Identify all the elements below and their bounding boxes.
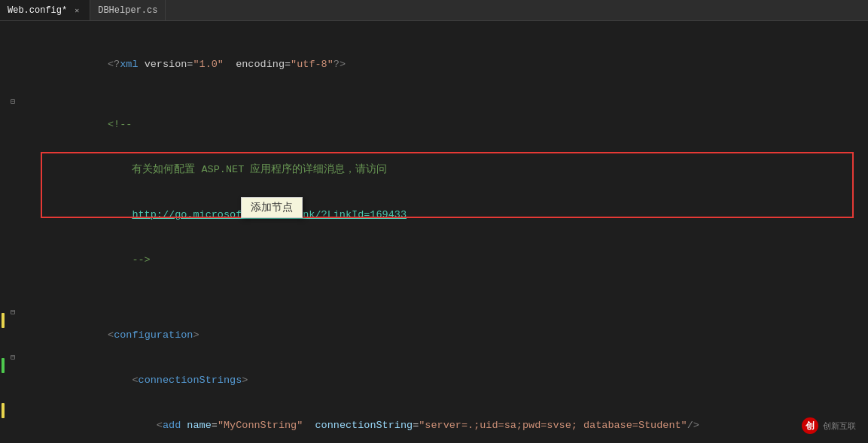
watermark: 创 创新互联 bbox=[802, 417, 856, 434]
collapse-configuration[interactable]: ⊟ bbox=[11, 305, 20, 320]
xml-bracket: <? bbox=[108, 59, 120, 70]
cfg-open-bracket: < bbox=[108, 329, 114, 341]
watermark-icon-label: 创 bbox=[806, 420, 815, 432]
comment-indent bbox=[108, 209, 132, 220]
xml-pi-enc: encoding= bbox=[224, 59, 291, 70]
code-co: <!-- bbox=[41, 102, 868, 147]
xml-pi-tag: xml bbox=[120, 59, 138, 70]
tab-bar: Web.config* ✕ DBHelper.cs bbox=[0, 0, 868, 21]
tab-webconfig[interactable]: Web.config* ✕ bbox=[0, 0, 90, 20]
tooltip-text: 添加节点 bbox=[251, 201, 293, 213]
code-cb: 有关如何配置 ASP.NET 应用程序的详细消息，请访问 bbox=[41, 147, 868, 193]
tab-dbhelper-label: DBHelper.cs bbox=[98, 5, 157, 16]
xml-pi-verval: "1.0" bbox=[193, 59, 224, 70]
code-editor[interactable]: <?xml version="1.0" encoding="utf-8"?> ⊟… bbox=[0, 21, 868, 443]
code-conn: <connectionStrings> bbox=[41, 358, 868, 403]
code-lines: <?xml version="1.0" encoding="utf-8"?> ⊟… bbox=[0, 27, 868, 443]
line-blank1 bbox=[0, 283, 868, 298]
cfg-tag: configuration bbox=[114, 329, 193, 341]
xml-pi-encval: "utf-8" bbox=[291, 59, 333, 70]
comment-body-text: 有关如何配置 ASP.NET 应用程序的详细消息，请访问 bbox=[108, 164, 387, 175]
collapse-comment[interactable]: ⊟ bbox=[11, 95, 20, 110]
line-2: <?xml version="1.0" encoding="utf-8"?> bbox=[0, 42, 868, 87]
code-2: <?xml version="1.0" encoding="utf-8"?> bbox=[41, 42, 868, 87]
tab-dbhelper[interactable]: DBHelper.cs bbox=[90, 0, 166, 20]
line-config-open: ⊟ <configuration> bbox=[0, 313, 868, 358]
line-comment-close: --> bbox=[0, 238, 868, 283]
comment-close-text: --> bbox=[108, 254, 151, 265]
code-add: <add name="MyConnString" connectionStrin… bbox=[41, 403, 868, 443]
line-conn-open: ⊟ <connectionStrings> bbox=[0, 358, 868, 403]
line-add: <add name="MyConnString" connectionStrin… bbox=[0, 403, 868, 443]
line-blank2 bbox=[0, 298, 868, 313]
tab-webconfig-close[interactable]: ✕ bbox=[72, 5, 82, 16]
watermark-icon: 创 bbox=[802, 417, 818, 434]
xml-pi-close: ?> bbox=[333, 59, 346, 70]
conn-indent bbox=[108, 375, 132, 386]
line-comment-link: http://go.microsoft.com/fwlink/?LinkId=1… bbox=[0, 193, 868, 238]
collapse-connstrings[interactable]: ⊟ bbox=[11, 350, 20, 366]
line-1 bbox=[0, 27, 868, 42]
line-comment-open: ⊟ <!-- bbox=[0, 102, 868, 147]
tab-webconfig-label: Web.config* bbox=[8, 5, 67, 16]
code-cl: http://go.microsoft.com/fwlink/?LinkId=1… bbox=[41, 193, 868, 238]
conn-open-e: > bbox=[242, 375, 248, 386]
code-cc: --> bbox=[41, 238, 868, 283]
tooltip-add-node: 添加节点 bbox=[241, 197, 303, 218]
code-cfg: <configuration> bbox=[41, 313, 868, 358]
comment-open-text: <!-- bbox=[108, 119, 132, 130]
xml-pi-ver: version= bbox=[139, 59, 193, 70]
line-comment-body: 有关如何配置 ASP.NET 应用程序的详细消息，请访问 bbox=[0, 147, 868, 193]
line-3 bbox=[0, 87, 868, 102]
watermark-text: 创新互联 bbox=[823, 420, 856, 432]
app-window: Web.config* ✕ DBHelper.cs <?xml version=… bbox=[0, 0, 868, 443]
conn-open-b: < bbox=[132, 375, 138, 386]
conn-tag: connectionStrings bbox=[139, 375, 242, 386]
cfg-close-bracket: > bbox=[193, 329, 199, 341]
